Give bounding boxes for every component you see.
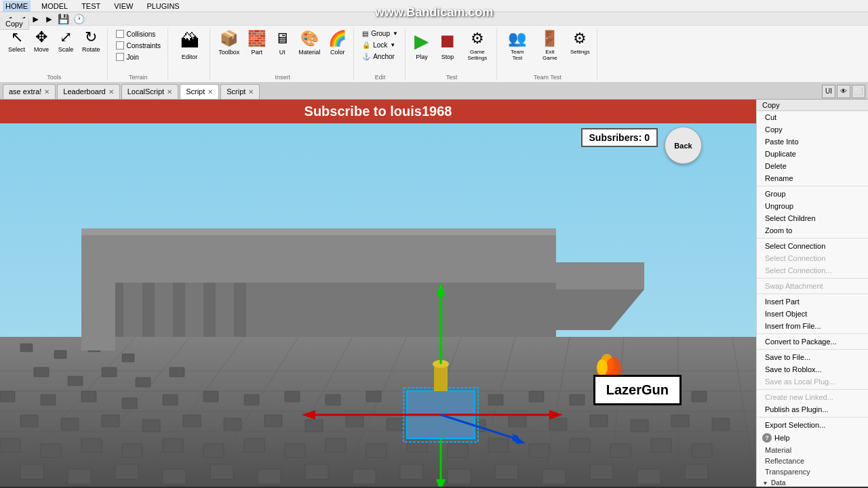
- menu-item-ungroup[interactable]: Ungroup: [757, 200, 868, 212]
- menu-item-insert-part[interactable]: Insert Part: [757, 296, 868, 308]
- menu-model[interactable]: MODEL: [39, 1, 71, 12]
- move-btn[interactable]: ✥ Move: [31, 28, 52, 54]
- viewport[interactable]: Subscribe to louis1968: [0, 100, 756, 487]
- stop-btn[interactable]: ⏹ Stop: [435, 28, 460, 62]
- toolbox-btn[interactable]: 📦 Toolbox: [216, 28, 242, 57]
- tab-script-1[interactable]: Script ✕: [180, 84, 219, 99]
- team-settings-btn[interactable]: ⚙ Settings: [568, 28, 593, 56]
- svg-rect-71: [244, 439, 264, 452]
- maximize-btn[interactable]: ⬜: [852, 85, 865, 98]
- scale-btn[interactable]: ⤢ Scale: [55, 28, 77, 54]
- svg-rect-89: [305, 464, 328, 479]
- menu-item-save-to-roblox---[interactable]: Save to Roblox...: [757, 363, 868, 375]
- svg-rect-37: [326, 394, 340, 405]
- svg-rect-76: [448, 444, 468, 458]
- menu-item-export-selection---[interactable]: Export Selection...: [757, 419, 868, 431]
- property-material[interactable]: Material: [757, 445, 868, 455]
- svg-rect-79: [570, 439, 590, 452]
- menu-view[interactable]: VIEW: [111, 1, 136, 12]
- property-transparency[interactable]: Transparency: [757, 466, 868, 477]
- section-header-data[interactable]: ▼Data: [757, 477, 868, 487]
- svg-rect-67: [81, 439, 102, 452]
- play-btn[interactable]: ▶ Play: [411, 28, 433, 62]
- back-button[interactable]: Back: [665, 127, 702, 164]
- game-settings-btn[interactable]: ⚙ Game Settings: [462, 28, 492, 62]
- svg-point-127: [512, 435, 519, 442]
- menu-item-group[interactable]: Group: [757, 188, 868, 200]
- ribbon: ◄ ◄ ► ► 💾 🕐 ↖ Select ✥ Move ⤢ Scale: [0, 12, 868, 83]
- right-panel-copy[interactable]: Copy: [757, 100, 868, 111]
- rotate-btn[interactable]: ↻ Rotate: [79, 28, 103, 54]
- exit-game-btn[interactable]: 🚪 Exit Game: [535, 28, 565, 62]
- svg-rect-97: [685, 464, 708, 479]
- group-edit-btn[interactable]: ▤ Group ▼: [359, 28, 401, 39]
- redo-btn2[interactable]: ►: [43, 14, 56, 24]
- redo-btn[interactable]: ►: [30, 14, 42, 24]
- menu-item-zoom-to[interactable]: Zoom to: [757, 224, 868, 237]
- menu-item-insert-object[interactable]: Insert Object: [757, 308, 868, 320]
- top-left-copy-label[interactable]: Copy: [0, 18, 29, 30]
- test-items: ▶ Play ⏹ Stop ⚙ Game Settings: [411, 28, 492, 73]
- menu-item-cut[interactable]: Cut: [757, 111, 868, 123]
- menu-item-duplicate[interactable]: Duplicate: [757, 148, 868, 160]
- menu-item-copy[interactable]: Copy: [757, 123, 868, 136]
- menu-home[interactable]: HOME: [3, 1, 31, 12]
- constraints-btn[interactable]: Constraints: [113, 40, 164, 51]
- tab-ase-extra[interactable]: ase extra! ✕: [3, 84, 56, 99]
- svg-marker-98: [81, 228, 556, 283]
- menu-item-convert-to-package---[interactable]: Convert to Package...: [757, 336, 868, 348]
- tab-script-2-close[interactable]: ✕: [248, 88, 254, 96]
- tab-localscript-close[interactable]: ✕: [167, 88, 172, 96]
- part-btn[interactable]: 🧱 Part: [245, 28, 269, 57]
- editor-btn[interactable]: 🏔 Editor: [178, 28, 202, 62]
- tab-script-2[interactable]: Script ✕: [220, 84, 260, 99]
- lock-btn[interactable]: 🔒 Lock ▼: [359, 40, 398, 50]
- constraints-checkbox[interactable]: [116, 41, 124, 49]
- team-test-btn[interactable]: 👥 Team Test: [502, 28, 532, 62]
- save-icon[interactable]: 💾: [56, 14, 71, 24]
- menu-item-delete[interactable]: Delete: [757, 160, 868, 172]
- stop-icon: ⏹: [438, 30, 457, 52]
- select-btn[interactable]: ↖ Select: [5, 28, 28, 54]
- material-btn[interactable]: 🎨 Material: [296, 28, 323, 57]
- menu-item-insert-from-file---[interactable]: Insert from File...: [757, 320, 868, 332]
- history-icon[interactable]: 🕐: [72, 14, 86, 24]
- menu-item-publish-as-plugin---[interactable]: Publish as Plugin...: [757, 403, 868, 415]
- insert-group-label: Insert: [275, 74, 290, 81]
- collisions-checkbox[interactable]: [116, 30, 124, 38]
- svg-rect-73: [326, 439, 346, 452]
- anchor-btn[interactable]: ⚓ Anchor: [359, 52, 397, 62]
- menu-bar: HOME MODEL TEST VIEW PLUGINS www.Bandica…: [0, 0, 868, 12]
- svg-rect-46: [692, 391, 707, 402]
- tab-script-1-close[interactable]: ✕: [208, 88, 213, 96]
- join-checkbox[interactable]: [116, 53, 124, 61]
- menu-item-select-connection[interactable]: Select Connection: [757, 240, 868, 252]
- menu-plugins[interactable]: PLUGINS: [144, 1, 182, 12]
- property-reflectance[interactable]: Reflectance: [757, 455, 868, 466]
- menu-test[interactable]: TEST: [79, 1, 103, 12]
- menu-item-rename[interactable]: Rename: [757, 172, 868, 184]
- help-item[interactable]: ?Help: [757, 431, 868, 445]
- eye-btn[interactable]: 👁: [837, 85, 850, 98]
- part-label: Part: [251, 49, 262, 56]
- ui-toggle-btn[interactable]: UI: [822, 85, 835, 98]
- join-btn[interactable]: Join: [113, 52, 142, 62]
- tab-ase-extra-close[interactable]: ✕: [44, 88, 50, 96]
- svg-rect-92: [448, 469, 471, 484]
- color-btn[interactable]: 🌈 Color: [326, 28, 349, 57]
- team-test-items: 👥 Team Test 🚪 Exit Game ⚙ Settings: [502, 28, 593, 73]
- menu-item-save-to-file---[interactable]: Save to File...: [757, 351, 868, 363]
- tab-localscript[interactable]: LocalScript ✕: [121, 84, 178, 99]
- menu-item-paste-into[interactable]: Paste Into: [757, 136, 868, 148]
- tab-script-1-label: Script: [186, 87, 205, 96]
- svg-rect-43: [570, 394, 585, 405]
- ribbon-content: ↖ Select ✥ Move ⤢ Scale ↻ Rotate Tools: [0, 26, 868, 82]
- tab-leaderboard[interactable]: Leaderboard ✕: [57, 84, 119, 99]
- collisions-btn[interactable]: Collisions: [113, 28, 159, 39]
- menu-item-select-children[interactable]: Select Children: [757, 212, 868, 224]
- ui-btn[interactable]: 🖥 UI: [271, 28, 293, 57]
- tab-leaderboard-close[interactable]: ✕: [108, 88, 114, 96]
- svg-rect-42: [529, 391, 544, 402]
- ribbon-editor-group: 🏔 Editor: [170, 28, 210, 81]
- svg-rect-31: [81, 391, 96, 402]
